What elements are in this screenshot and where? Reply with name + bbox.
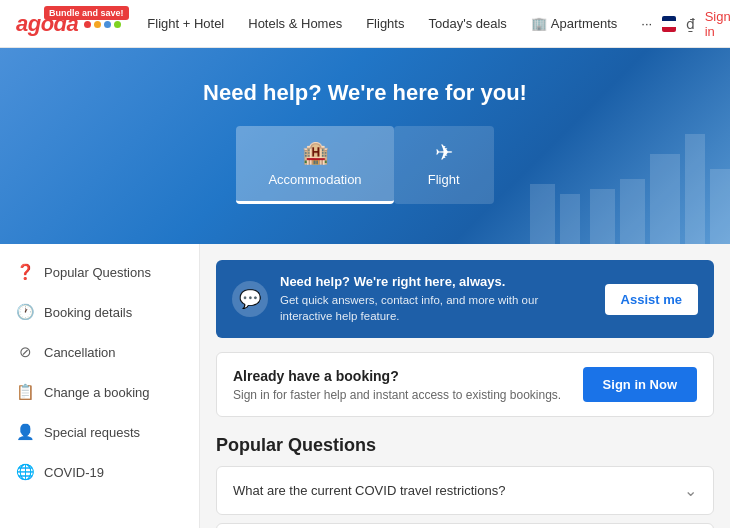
svg-rect-5 xyxy=(560,194,580,244)
assist-subtitle: Get quick answers, contact info, and mor… xyxy=(280,292,593,324)
hero-title: Need help? We're here for you! xyxy=(20,80,710,106)
assist-text: Need help? We're right here, always. Get… xyxy=(280,274,593,324)
hero-section: Need help? We're here for you! 🏨 Accommo… xyxy=(0,48,730,244)
nav-apartments-label: Apartments xyxy=(551,16,617,31)
booking-text: Already have a booking? Sign in for fast… xyxy=(233,368,561,402)
popular-questions-title: Popular Questions xyxy=(216,435,714,456)
logo-area: agoda Bundle and save! xyxy=(16,11,121,37)
header: agoda Bundle and save! Flight + Hotel Ho… xyxy=(0,0,730,48)
booking-card: Already have a booking? Sign in for fast… xyxy=(216,352,714,417)
hero-tab-accommodation[interactable]: 🏨 Accommodation xyxy=(236,126,393,204)
sign-in-now-button[interactable]: Sign in Now xyxy=(583,367,697,402)
nav-hotels-homes[interactable]: Hotels & Homes xyxy=(238,10,352,37)
accommodation-label: Accommodation xyxy=(268,172,361,187)
svg-rect-0 xyxy=(650,154,680,244)
right-panel: 💬 Need help? We're right here, always. G… xyxy=(200,244,730,528)
sidebar-item-booking-details[interactable]: 🕐 Booking details xyxy=(0,292,199,332)
dot-blue xyxy=(104,21,111,28)
nav-flights[interactable]: Flights xyxy=(356,10,414,37)
sidebar-item-cancellation[interactable]: ⊘ Cancellation xyxy=(0,332,199,372)
assist-title: Need help? We're right here, always. xyxy=(280,274,593,289)
nav-links: Flight + Hotel Hotels & Homes Flights To… xyxy=(137,10,662,37)
svg-rect-6 xyxy=(530,184,555,244)
popular-questions-section: Popular Questions What are the current C… xyxy=(216,435,714,528)
dot-red xyxy=(84,21,91,28)
cancellation-icon: ⊘ xyxy=(16,343,34,361)
language-flag-icon[interactable] xyxy=(662,16,675,32)
sidebar: ❓ Popular Questions 🕐 Booking details ⊘ … xyxy=(0,244,200,528)
faq-item-2[interactable]: Can I make changes or cancel my booking … xyxy=(216,523,714,528)
sidebar-change-booking-label: Change a booking xyxy=(44,385,150,400)
nav-apartments[interactable]: 🏢 Apartments xyxy=(521,10,627,37)
sign-in-link[interactable]: Sign in xyxy=(705,9,730,39)
svg-rect-1 xyxy=(685,134,705,244)
accommodation-icon: 🏨 xyxy=(302,140,329,166)
faq-question-1: What are the current COVID travel restri… xyxy=(233,483,505,498)
assist-chat-icon: 💬 xyxy=(239,288,261,310)
booking-card-title: Already have a booking? xyxy=(233,368,561,384)
apartments-icon: 🏢 xyxy=(531,16,547,31)
svg-rect-2 xyxy=(710,169,730,244)
sidebar-booking-details-label: Booking details xyxy=(44,305,132,320)
sidebar-item-special-requests[interactable]: 👤 Special requests xyxy=(0,412,199,452)
booking-card-subtitle: Sign in for faster help and instant acce… xyxy=(233,388,561,402)
bundle-badge: Bundle and save! xyxy=(44,6,129,20)
sidebar-popular-questions-label: Popular Questions xyxy=(44,265,151,280)
chevron-down-icon-1: ⌄ xyxy=(684,481,697,500)
faq-item-1[interactable]: What are the current COVID travel restri… xyxy=(216,466,714,515)
currency-icon[interactable]: ₫ xyxy=(686,16,695,32)
assist-card: 💬 Need help? We're right here, always. G… xyxy=(216,260,714,338)
assist-icon-circle: 💬 xyxy=(232,281,268,317)
sidebar-cancellation-label: Cancellation xyxy=(44,345,116,360)
svg-rect-3 xyxy=(620,179,645,244)
hero-background-city xyxy=(430,114,730,244)
popular-questions-icon: ❓ xyxy=(16,263,34,281)
change-booking-icon: 📋 xyxy=(16,383,34,401)
sidebar-item-covid[interactable]: 🌐 COVID-19 xyxy=(0,452,199,492)
covid-icon: 🌐 xyxy=(16,463,34,481)
dot-green xyxy=(114,21,121,28)
sidebar-item-change-booking[interactable]: 📋 Change a booking xyxy=(0,372,199,412)
nav-todays-deals[interactable]: Today's deals xyxy=(418,10,516,37)
logo-dots xyxy=(84,21,121,28)
nav-flight-hotel[interactable]: Flight + Hotel xyxy=(137,10,234,37)
nav-more[interactable]: ··· xyxy=(631,10,662,37)
booking-details-icon: 🕐 xyxy=(16,303,34,321)
special-requests-icon: 👤 xyxy=(16,423,34,441)
sidebar-special-requests-label: Special requests xyxy=(44,425,140,440)
sidebar-covid-label: COVID-19 xyxy=(44,465,104,480)
sidebar-item-popular-questions[interactable]: ❓ Popular Questions xyxy=(0,252,199,292)
svg-rect-4 xyxy=(590,189,615,244)
assist-me-button[interactable]: Assist me xyxy=(605,284,698,315)
header-right: ₫ Sign in Create account ☰ xyxy=(662,3,730,45)
main-content: ❓ Popular Questions 🕐 Booking details ⊘ … xyxy=(0,244,730,528)
dot-orange xyxy=(94,21,101,28)
